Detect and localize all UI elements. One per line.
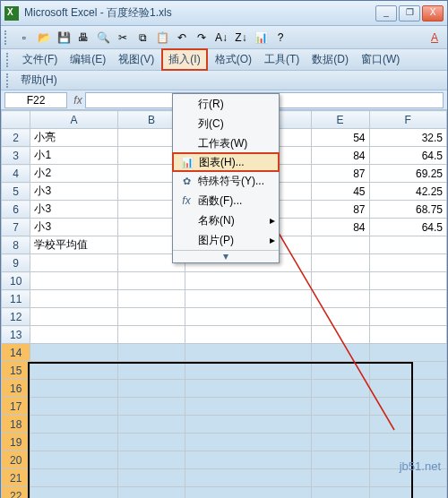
- menu-format[interactable]: 格式(O): [210, 50, 257, 69]
- cell[interactable]: 69.25: [369, 165, 446, 183]
- minimize-button[interactable]: _: [375, 5, 397, 21]
- submenu-arrow-icon: ▸: [270, 234, 275, 246]
- row-header[interactable]: 14: [2, 344, 30, 362]
- menu-item-column[interactable]: 列(C): [173, 114, 279, 133]
- row-header[interactable]: 8: [2, 236, 30, 254]
- row-header[interactable]: 2: [2, 129, 30, 147]
- sort-asc-icon[interactable]: A↓: [212, 29, 230, 47]
- menu-expand-icon[interactable]: ▾: [173, 250, 279, 262]
- font-color-icon[interactable]: A: [426, 29, 444, 47]
- select-all-corner[interactable]: [2, 111, 30, 129]
- cell[interactable]: [369, 236, 446, 254]
- row-header[interactable]: 5: [2, 183, 30, 201]
- row-header[interactable]: 9: [2, 254, 30, 272]
- row-header[interactable]: 12: [2, 308, 30, 326]
- menubar-handle[interactable]: [6, 53, 12, 67]
- menu-help[interactable]: 帮助(H): [15, 71, 63, 90]
- menu-data[interactable]: 数据(D): [306, 50, 354, 69]
- cell[interactable]: 小3: [30, 219, 117, 236]
- col-header-e[interactable]: E: [311, 111, 369, 129]
- row-header[interactable]: 7: [2, 219, 30, 236]
- row-header[interactable]: 21: [2, 469, 30, 487]
- sort-desc-icon[interactable]: Z↓: [232, 29, 250, 47]
- symbol-icon: ✿: [177, 176, 196, 187]
- row-header[interactable]: 22: [2, 487, 30, 499]
- cell[interactable]: 学校平均值: [30, 236, 117, 254]
- cell[interactable]: 小2: [30, 165, 117, 183]
- cell[interactable]: 54: [311, 129, 369, 147]
- open-icon[interactable]: 📂: [35, 29, 53, 47]
- cell[interactable]: 小3: [30, 201, 117, 219]
- menu-file[interactable]: 文件(F): [17, 50, 63, 69]
- preview-icon[interactable]: 🔍: [94, 29, 112, 47]
- cell[interactable]: 84: [311, 219, 369, 236]
- cell[interactable]: 64.5: [369, 219, 446, 236]
- menu-item-row[interactable]: 行(R): [173, 94, 279, 114]
- cell[interactable]: 45: [311, 183, 369, 201]
- row-header[interactable]: 16: [2, 380, 30, 398]
- menu-item-chart[interactable]: 📊图表(H)...: [172, 152, 280, 172]
- toolbar-handle[interactable]: [4, 30, 10, 45]
- row-header[interactable]: 6: [2, 201, 30, 219]
- cell[interactable]: 小亮: [30, 129, 117, 147]
- row-header[interactable]: 10: [2, 272, 30, 290]
- help-row: 帮助(H): [1, 71, 447, 90]
- cut-icon[interactable]: ✂: [114, 29, 132, 47]
- row-header[interactable]: 11: [2, 290, 30, 308]
- close-button[interactable]: X: [422, 5, 444, 21]
- cell[interactable]: 小1: [30, 147, 117, 165]
- menu-item-picture[interactable]: 图片(P)▸: [173, 230, 279, 250]
- menu-tools[interactable]: 工具(T): [259, 50, 305, 69]
- cell[interactable]: 42.25: [369, 183, 446, 201]
- cell[interactable]: [311, 236, 369, 254]
- chart-icon[interactable]: 📊: [252, 29, 270, 47]
- row-header[interactable]: 20: [2, 451, 30, 469]
- title-bar: Microsoft Excel - 百度经验1.xls _ ❐ X: [1, 1, 447, 26]
- menu-view[interactable]: 视图(V): [113, 50, 159, 69]
- undo-icon[interactable]: ↶: [173, 29, 191, 47]
- copy-icon[interactable]: ⧉: [134, 29, 151, 47]
- cell[interactable]: 64.5: [369, 147, 446, 165]
- menu-edit[interactable]: 编辑(E): [65, 50, 111, 69]
- cell[interactable]: 小3: [30, 183, 117, 201]
- paste-icon[interactable]: 📋: [153, 29, 171, 47]
- maximize-button[interactable]: ❐: [399, 5, 420, 21]
- helprow-handle[interactable]: [6, 73, 12, 88]
- chart-menu-icon: 📊: [177, 157, 197, 168]
- col-header-f[interactable]: F: [369, 111, 446, 129]
- row-header[interactable]: 19: [2, 434, 30, 451]
- cell[interactable]: 87: [311, 165, 369, 183]
- fx-icon[interactable]: fx: [71, 94, 85, 107]
- row-header[interactable]: 3: [2, 147, 30, 165]
- row-header[interactable]: 18: [2, 416, 30, 434]
- col-header-a[interactable]: A: [30, 111, 117, 129]
- cell[interactable]: 87: [311, 201, 369, 219]
- row-header[interactable]: 15: [2, 362, 30, 380]
- excel-icon: [4, 6, 19, 21]
- cell[interactable]: 32.5: [369, 129, 446, 147]
- menu-window[interactable]: 窗口(W): [356, 50, 405, 69]
- row-header[interactable]: 13: [2, 326, 30, 344]
- new-icon[interactable]: ▫: [15, 29, 33, 47]
- menu-bar: 文件(F) 编辑(E) 视图(V) 插入(I) 格式(O) 工具(T) 数据(D…: [1, 49, 447, 71]
- menu-item-symbol[interactable]: ✿特殊符号(Y)...: [173, 171, 279, 191]
- menu-insert[interactable]: 插入(I): [161, 48, 207, 71]
- menu-item-name[interactable]: 名称(N)▸: [173, 210, 279, 230]
- print-icon[interactable]: 🖶: [74, 29, 92, 47]
- window-title: Microsoft Excel - 百度经验1.xls: [24, 5, 375, 21]
- save-icon[interactable]: 💾: [55, 29, 73, 47]
- fx-menu-icon: fx: [177, 194, 196, 207]
- watermark: jb51.net: [400, 459, 441, 473]
- help-icon[interactable]: ?: [271, 29, 289, 47]
- standard-toolbar: ▫ 📂 💾 🖶 🔍 ✂ ⧉ 📋 ↶ ↷ A↓ Z↓ 📊 ? A: [1, 26, 447, 49]
- redo-icon[interactable]: ↷: [193, 29, 211, 47]
- menu-item-function[interactable]: fx函数(F)...: [173, 191, 279, 210]
- menu-item-worksheet[interactable]: 工作表(W): [173, 133, 279, 153]
- cell[interactable]: 84: [311, 147, 369, 165]
- row-header[interactable]: 4: [2, 165, 30, 183]
- name-box[interactable]: F22: [4, 92, 67, 108]
- row-header[interactable]: 17: [2, 398, 30, 416]
- cell[interactable]: 68.75: [369, 201, 446, 219]
- submenu-arrow-icon: ▸: [270, 214, 275, 227]
- insert-menu-dropdown: 行(R) 列(C) 工作表(W) 📊图表(H)... ✿特殊符号(Y)... f…: [172, 93, 280, 263]
